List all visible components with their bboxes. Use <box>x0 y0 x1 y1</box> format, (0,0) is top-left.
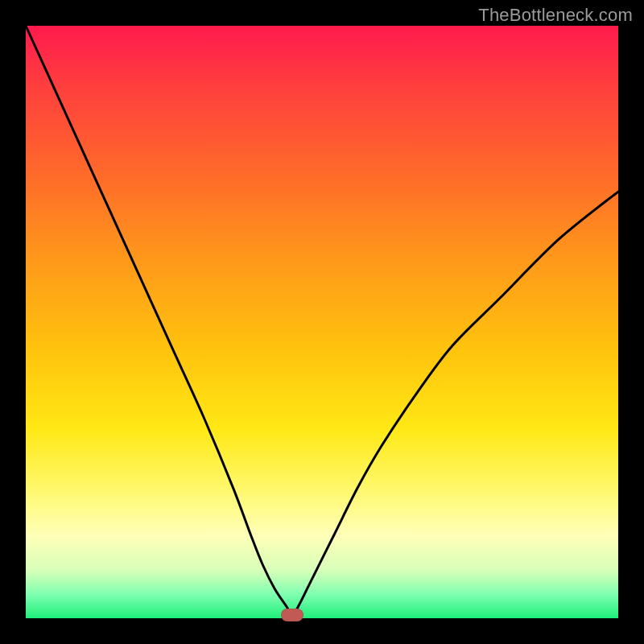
chart-plot-area <box>26 26 618 618</box>
bottleneck-curve <box>26 26 618 618</box>
chart-frame: TheBottleneck.com <box>0 0 644 644</box>
optimal-point-marker <box>281 609 303 621</box>
watermark-text: TheBottleneck.com <box>478 5 633 26</box>
